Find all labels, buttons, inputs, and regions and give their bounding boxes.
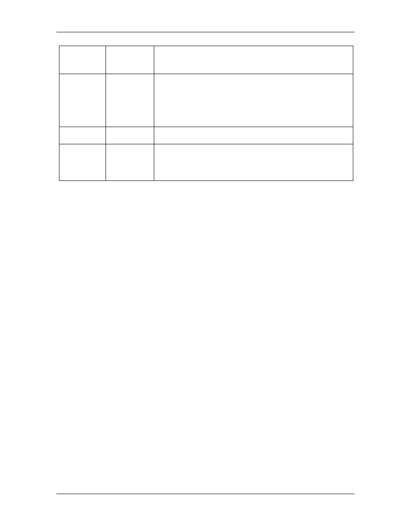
table-cell [154, 144, 353, 181]
page [0, 0, 411, 532]
table-row [59, 74, 353, 127]
table-row [59, 46, 353, 74]
table-cell [154, 127, 353, 144]
header-rule [56, 32, 355, 32]
table-cell [106, 74, 154, 127]
table-cell [59, 144, 106, 181]
table-row [59, 144, 353, 181]
table-cell [59, 46, 106, 74]
table-cell [154, 74, 353, 127]
table-cell [106, 127, 154, 144]
footer-rule [56, 494, 355, 494]
table-cell [106, 144, 154, 181]
table-cell [59, 127, 106, 144]
content-table [59, 46, 353, 181]
table-row [59, 127, 353, 144]
table-cell [59, 74, 106, 127]
table-cell [154, 46, 353, 74]
table-cell [106, 46, 154, 74]
